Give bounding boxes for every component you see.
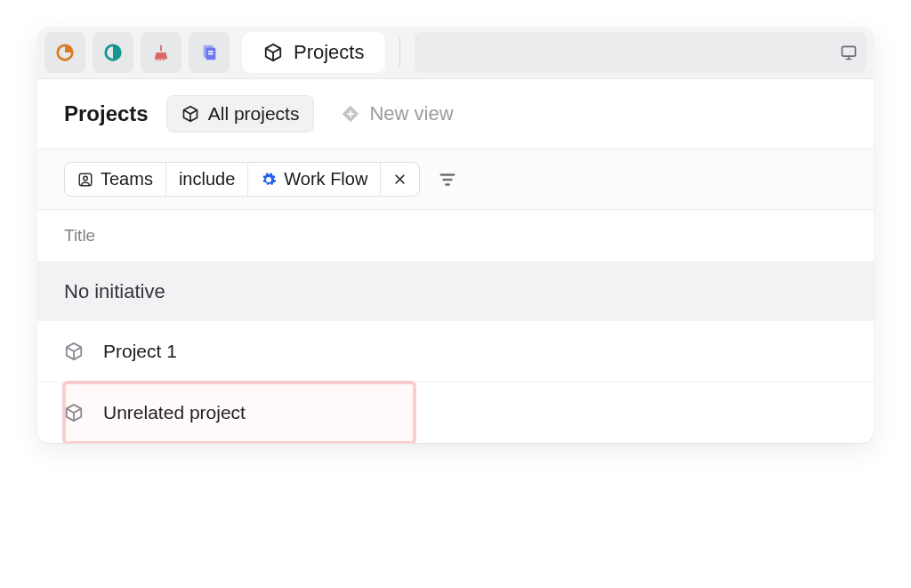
svg-rect-2 [157, 59, 158, 60]
filter-op-label: include [179, 169, 235, 189]
tab-icon-broom[interactable] [141, 32, 181, 73]
svg-point-11 [84, 176, 88, 181]
project-row[interactable]: Unrelated project [37, 383, 874, 443]
filter-field[interactable]: Teams [65, 163, 166, 196]
close-icon [393, 173, 407, 186]
tabstrip: Projects [37, 27, 874, 79]
box-icon [64, 403, 84, 423]
tab-divider [399, 37, 400, 68]
filter-icon [438, 170, 457, 189]
target-icon [55, 43, 75, 62]
svg-rect-7 [208, 51, 214, 52]
filter-operator[interactable]: include [166, 163, 248, 196]
filter-value-label: Work Flow [284, 169, 367, 189]
app-window: Projects Projects All projects New view … [37, 27, 874, 443]
search-area[interactable] [415, 32, 867, 73]
group-header[interactable]: No initiative [37, 262, 874, 321]
project-name: Unrelated project [103, 402, 246, 423]
svg-rect-4 [163, 59, 165, 60]
project-row[interactable]: Project 1 [37, 321, 874, 383]
broom-icon [151, 43, 171, 62]
view-chip-all-projects[interactable]: All projects [166, 95, 315, 133]
project-name: Project 1 [103, 341, 177, 362]
column-header-title[interactable]: Title [37, 210, 874, 262]
page-title: Projects [64, 101, 149, 126]
screen-icon [840, 44, 858, 61]
diamond-plus-icon [341, 104, 360, 124]
svg-rect-3 [159, 59, 161, 60]
box-icon [181, 105, 199, 123]
new-view-button[interactable]: New view [341, 102, 453, 125]
filter-pill: Teams include Work Flow [64, 162, 420, 197]
tab-icon-contrast[interactable] [93, 32, 133, 73]
filter-bar: Teams include Work Flow [37, 149, 874, 210]
contrast-icon [103, 43, 123, 62]
filter-menu-button[interactable] [432, 165, 463, 195]
new-view-label: New view [369, 102, 453, 125]
filter-field-label: Teams [101, 169, 153, 189]
svg-rect-8 [208, 53, 214, 55]
view-header: Projects All projects New view [37, 79, 874, 149]
box-icon [64, 342, 84, 361]
filter-remove[interactable] [381, 163, 419, 196]
box-icon [263, 43, 283, 62]
tab-icon-target[interactable] [44, 32, 85, 73]
group-label: No initiative [64, 280, 165, 302]
docs-icon [199, 43, 219, 62]
gear-icon [261, 172, 277, 188]
chip-label: All projects [208, 103, 300, 125]
column-label: Title [64, 226, 95, 245]
tab-icon-docs[interactable] [189, 32, 230, 73]
people-icon [77, 172, 93, 188]
tab-label: Projects [294, 41, 364, 64]
tab-projects[interactable]: Projects [242, 32, 385, 73]
filter-value[interactable]: Work Flow [248, 163, 381, 196]
svg-rect-9 [842, 46, 856, 56]
